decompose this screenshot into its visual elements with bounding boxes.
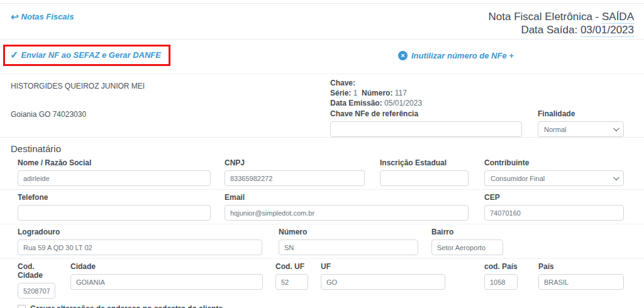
bairro-field: Bairro [431,228,503,255]
uf-field: UF [321,262,445,299]
form-row-4: Cod. Cidade Cidade Cod. UF UF cod. País … [0,262,644,302]
contribuinte-select[interactable]: Consumidor Final [484,170,624,186]
nome-label: Nome / Razão Social [18,158,211,167]
issuer-block: HISTORGIDES QUEIROZ JUNIOR MEI Goiania G… [11,78,324,137]
email-input[interactable] [225,205,469,221]
telefone-field: Telefone [18,193,211,221]
chevron-down-icon [613,174,619,180]
inscricao-label: Inscrição Estadual [380,158,469,167]
email-label: Email [225,193,469,202]
emissao-label: Data Emissão: [330,99,382,107]
inutilizar-nfe-label: Inutilizar número de NFe + [411,51,514,60]
finalidade-label: Finalidade [538,109,624,118]
emissao-line: Data Emissão: 05/01/2023 [330,98,624,108]
exit-date-line: Data Saída: 03/01/2023 [489,23,634,36]
save-address-row: Gravar alterações de endereço no cadastr… [18,304,644,308]
telefone-input[interactable] [18,205,211,221]
action-row: ✓ Enviar NF ao SEFAZ e Gerar DANFE × Inu… [0,40,644,74]
form-row-3: Logradouro Número Bairro [0,228,644,259]
chave-ref-label: Chave NFe de referência [330,109,522,118]
emissao-value: 05/01/2023 [382,99,422,107]
finalidade-select[interactable]: Normal [538,121,624,137]
annotation-red-box: ✓ Enviar NF ao SEFAZ e Gerar DANFE [3,45,170,66]
chave-line: Chave: [330,78,624,88]
finalidade-selected-value: Normal [544,126,566,133]
breadcrumb[interactable]: ↩ Notas Fiscais [11,12,74,21]
cod-pais-field: cod. País [484,262,518,299]
cod-uf-input[interactable] [275,274,308,290]
finalidade-field: Finalidade Normal [538,109,624,137]
pais-field: País [538,262,624,299]
check-icon: ✓ [10,49,18,61]
chave-label: Chave: [330,79,355,87]
close-circle-icon: × [398,51,408,60]
issuer-name: HISTORGIDES QUEIROZ JUNIOR MEI [11,82,324,91]
cep-field: CEP [484,193,624,221]
contribuinte-field: Contribuinte Consumidor Final [484,158,624,186]
numero-end-label: Número [279,228,418,236]
uf-label: UF [321,262,445,271]
invoice-meta-lines: Chave: Série: 1 Número: 117 Data Emissão… [324,78,624,108]
cod-uf-field: Cod. UF [275,262,308,299]
chave-ref-input[interactable] [330,121,522,137]
cidade-label: Cidade [70,262,263,271]
logradouro-field: Logradouro [18,228,262,255]
destinatario-section: Destinatário Nome / Razão Social CNPJ In… [0,143,644,308]
cod-uf-label: Cod. UF [275,262,308,271]
title-block: Nota Fiscal Eletrônica - SAÍDA Data Saíd… [489,10,634,36]
cnpj-field: CNPJ [225,158,365,186]
exit-date-label: Data Saída: [521,24,580,36]
page-title: Nota Fiscal Eletrônica - SAÍDA [489,10,634,23]
telefone-label: Telefone [18,193,211,202]
cod-pais-input[interactable] [484,274,518,290]
logradouro-label: Logradouro [18,228,262,236]
serie-label: Série: [330,89,351,97]
numero-label: Número: [362,89,392,97]
page-title-prefix: Nota Fiscal Eletrônica - [489,11,602,23]
uf-input[interactable] [321,274,445,290]
destinatario-title: Destinatário [11,143,644,154]
chave-ref-field: Chave NFe de referência [330,109,522,137]
cnpj-label: CNPJ [225,158,365,167]
cep-label: CEP [484,193,624,202]
inutilizar-nfe-button[interactable]: × Inutilizar número de NFe + [398,51,514,60]
inscricao-input[interactable] [380,170,469,186]
cod-cidade-label: Cod. Cidade [18,262,55,280]
ref-finalidade-row: Chave NFe de referência Finalidade Norma… [324,109,624,137]
form-row-2: Telefone Email CEP [0,193,644,224]
send-nf-sefaz-button[interactable]: ✓ Enviar NF ao SEFAZ e Gerar DANFE [10,49,161,61]
cidade-field: Cidade [70,262,263,299]
exit-date-editable[interactable]: 03/01/2023 [580,24,634,37]
cidade-input[interactable] [70,274,263,290]
cod-cidade-field: Cod. Cidade [18,262,55,299]
inscricao-field: Inscrição Estadual [380,158,469,186]
invoice-info-section: HISTORGIDES QUEIROZ JUNIOR MEI Goiania G… [0,74,644,137]
pais-input[interactable] [538,274,624,290]
nome-input[interactable] [18,170,211,186]
bairro-label: Bairro [431,228,503,236]
back-arrow-icon: ↩ [11,13,19,21]
page-header: ↩ Notas Fiscais Nota Fiscal Eletrônica -… [0,4,644,39]
breadcrumb-label: Notas Fiscais [21,12,74,21]
nome-field: Nome / Razão Social [18,158,211,186]
serie-value: 1 [351,89,357,97]
send-nf-sefaz-label: Enviar NF ao SEFAZ e Gerar DANFE [21,50,161,60]
cep-input[interactable] [484,205,624,221]
invoice-type-editable[interactable]: SAÍDA [602,11,634,24]
save-address-label: Gravar alterações de endereço no cadastr… [30,304,223,308]
pais-label: País [538,262,624,271]
numero-end-input[interactable] [279,239,418,255]
cnpj-input[interactable] [225,170,365,186]
serie-numero-line: Série: 1 Número: 117 [330,88,624,98]
invoice-meta-block: Chave: Série: 1 Número: 117 Data Emissão… [324,78,624,137]
issuer-address: Goiania GO 74023030 [11,110,324,119]
logradouro-input[interactable] [18,239,262,255]
chevron-down-icon [613,125,619,131]
contribuinte-label: Contribuinte [484,158,624,167]
form-row-1: Nome / Razão Social CNPJ Inscrição Estad… [0,158,644,190]
cod-cidade-input[interactable] [18,283,55,299]
numero-field: Número [279,228,418,255]
destinatario-divider [0,137,644,138]
save-address-checkbox[interactable] [18,305,26,308]
bairro-input[interactable] [431,239,503,255]
